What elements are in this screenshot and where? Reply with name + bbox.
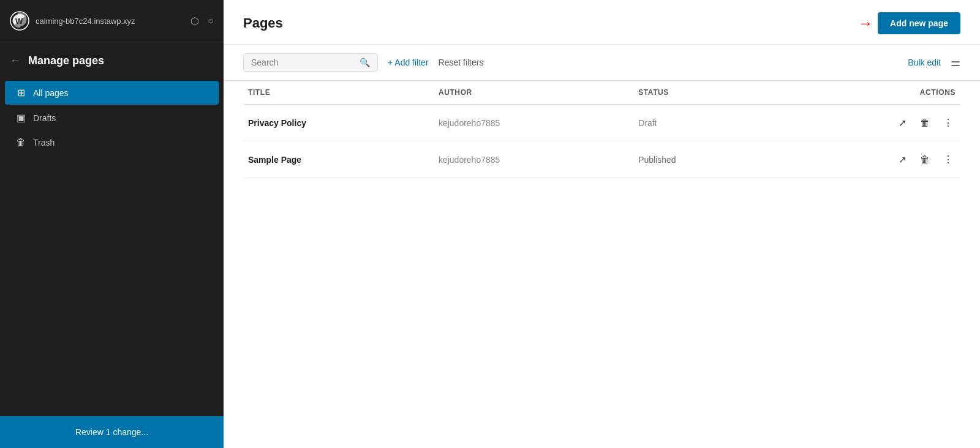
filter-settings-icon[interactable]: ⚌ [951,56,960,69]
search-icon[interactable]: ○ [208,15,214,26]
pages-icon: ⊞ [15,87,27,99]
review-change-button[interactable]: Review 1 change... [0,416,224,448]
title-col-header: TITLE [243,81,434,105]
header-icons: ⬡ ○ [190,15,214,27]
drafts-icon: ▣ [15,112,27,124]
delete-action-icon[interactable]: 🗑 [918,152,932,168]
external-link-action-icon[interactable]: ➚ [896,114,909,131]
pages-table: TITLE AUTHOR STATUS ACTIONS Privacy Poli… [243,81,960,178]
table-container: TITLE AUTHOR STATUS ACTIONS Privacy Poli… [224,81,980,448]
actions-cell: ➚ 🗑 ⋮ [771,151,956,168]
more-options-icon[interactable]: ⋮ [941,151,956,168]
sidebar-nav-header: ← Manage pages [0,42,224,75]
toolbar: 🔍 + Add filter Reset filters Bulk edit ⚌ [224,45,980,81]
drafts-label: Drafts [33,113,56,123]
svg-text:W: W [15,17,23,26]
toolbar-right: Bulk edit ⚌ [908,56,960,69]
add-filter-button[interactable]: + Add filter [388,58,429,67]
bulk-edit-button[interactable]: Bulk edit [908,58,941,67]
author-cell: kejudoreho7885 [439,155,500,165]
table-body: Privacy Policy kejudoreho7885 Draft ➚ 🗑 … [243,105,960,178]
reset-filters-button[interactable]: Reset filters [439,58,484,67]
wordpress-logo: W [10,11,29,31]
author-cell: kejudoreho7885 [439,118,500,128]
delete-action-icon[interactable]: 🗑 [918,115,932,131]
actions-col-header: ACTIONS [766,81,960,105]
table-row: Privacy Policy kejudoreho7885 Draft ➚ 🗑 … [243,105,960,141]
search-magnify-icon: 🔍 [360,58,370,67]
add-new-page-button[interactable]: Add new page [878,12,960,34]
status-col-header: STATUS [633,81,766,105]
more-options-icon[interactable]: ⋮ [941,114,956,131]
sidebar-item-trash[interactable]: 🗑 Trash [5,131,219,154]
status-cell: Published [638,155,676,165]
page-title: Pages [243,15,283,31]
back-arrow-icon[interactable]: ← [10,54,21,67]
sidebar-item-drafts[interactable]: ▣ Drafts [5,106,219,130]
external-link-icon[interactable]: ⬡ [190,15,199,27]
sidebar-item-all-pages[interactable]: ⊞ All pages [5,81,219,105]
site-url: calming-bb7c24.instawp.xyz [36,17,190,26]
arrow-indicator: → Add new page [858,12,960,34]
trash-icon: 🗑 [15,137,27,148]
sidebar-header: W calming-bb7c24.instawp.xyz ⬡ ○ [0,0,224,42]
actions-cell: ➚ 🗑 ⋮ [771,114,956,131]
table-row: Sample Page kejudoreho7885 Published ➚ 🗑… [243,141,960,178]
page-title-cell: Privacy Policy [248,118,306,128]
external-link-action-icon[interactable]: ➚ [896,151,909,168]
sidebar-title: Manage pages [28,54,104,67]
all-pages-label: All pages [33,88,69,98]
red-arrow-icon: → [858,15,873,32]
page-title-cell: Sample Page [248,155,301,165]
table-head: TITLE AUTHOR STATUS ACTIONS [243,81,960,105]
search-box: 🔍 [243,53,378,72]
search-input[interactable] [251,58,360,67]
trash-label: Trash [33,138,55,147]
main-content: Pages → Add new page 🔍 + Add filter Rese… [224,0,980,448]
status-cell: Draft [638,118,657,128]
author-col-header: AUTHOR [434,81,633,105]
sidebar-footer: Review 1 change... [0,416,224,448]
sidebar-nav: ⊞ All pages ▣ Drafts 🗑 Trash [0,75,224,416]
sidebar: W calming-bb7c24.instawp.xyz ⬡ ○ ← Manag… [0,0,224,448]
main-header: Pages → Add new page [224,0,980,45]
